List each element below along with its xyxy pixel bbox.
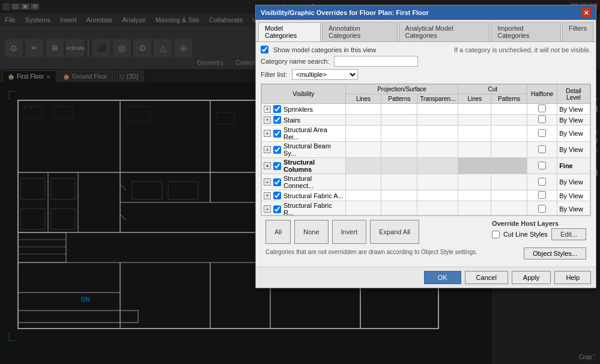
row-expand-btn[interactable]: + [264, 106, 271, 113]
row-visibility-cell: + Structural Area Rei... [262, 126, 346, 142]
all-button[interactable]: All [265, 220, 291, 244]
row-halftone-checkbox[interactable] [538, 145, 546, 153]
row-halftone-checkbox[interactable] [538, 191, 546, 199]
apply-button[interactable]: Apply [512, 271, 551, 284]
cut-line-styles-checkbox[interactable] [492, 231, 500, 238]
tab-filters[interactable]: Filters [562, 22, 593, 41]
row-cut-lines-cell[interactable] [458, 190, 491, 201]
row-transparency-cell[interactable] [417, 142, 458, 158]
row-cut-patterns-cell[interactable] [491, 126, 527, 142]
row-transparency-cell[interactable] [417, 174, 458, 190]
row-visibility-checkbox[interactable] [273, 192, 281, 199]
row-cut-patterns-cell[interactable] [491, 142, 527, 158]
row-expand-btn[interactable]: + [264, 130, 271, 137]
row-lines-cell[interactable] [345, 126, 381, 142]
tab-analytical-categories[interactable]: Analytical Model Categories [399, 22, 490, 41]
row-halftone-checkbox[interactable] [538, 115, 546, 123]
row-patterns-cell[interactable] [381, 190, 417, 201]
row-lines-cell[interactable] [345, 142, 381, 158]
ok-button[interactable]: OK [424, 271, 461, 284]
row-visibility-checkbox[interactable] [273, 105, 281, 113]
row-halftone-checkbox[interactable] [538, 129, 546, 137]
row-cut-patterns-cell[interactable] [491, 190, 527, 201]
category-search-input[interactable] [334, 56, 418, 67]
invert-button[interactable]: Invert [332, 220, 367, 244]
row-halftone-cell[interactable] [527, 126, 557, 142]
row-visibility-checkbox[interactable] [273, 205, 281, 213]
row-transparency-cell[interactable] [417, 115, 458, 126]
row-cut-patterns-cell[interactable] [491, 115, 527, 126]
filter-list-select[interactable]: <multiple> [292, 69, 358, 80]
object-styles-button[interactable]: Object Styles... [524, 247, 586, 259]
row-cut-lines-cell[interactable] [458, 158, 491, 174]
row-halftone-checkbox[interactable] [538, 205, 546, 213]
row-lines-cell[interactable] [345, 190, 381, 201]
tab-model-categories[interactable]: Model Categories [258, 22, 321, 41]
row-transparency-cell[interactable] [417, 201, 458, 216]
row-halftone-cell[interactable] [527, 142, 557, 158]
spacer [423, 220, 488, 244]
row-transparency-cell[interactable] [417, 190, 458, 201]
row-expand-btn[interactable]: + [264, 205, 271, 213]
row-halftone-cell[interactable] [527, 104, 557, 115]
row-lines-cell[interactable] [345, 174, 381, 190]
none-button[interactable]: None [294, 220, 328, 244]
row-cut-lines-cell[interactable] [458, 126, 491, 142]
row-visibility-cell: + Stairs [262, 115, 346, 126]
row-cut-lines-cell[interactable] [458, 201, 491, 216]
row-expand-btn[interactable]: + [264, 178, 271, 186]
row-halftone-checkbox[interactable] [538, 162, 546, 169]
row-patterns-cell[interactable] [381, 158, 417, 174]
row-halftone-cell[interactable] [527, 190, 557, 201]
row-cut-lines-cell[interactable] [458, 142, 491, 158]
row-lines-cell[interactable] [345, 115, 381, 126]
row-transparency-cell[interactable] [417, 126, 458, 142]
row-expand-btn[interactable]: + [264, 117, 271, 124]
row-lines-cell[interactable] [345, 201, 381, 216]
row-patterns-cell[interactable] [381, 142, 417, 158]
row-expand-btn[interactable]: + [264, 162, 271, 169]
cancel-button[interactable]: Cancel [465, 271, 508, 284]
row-cut-patterns-cell[interactable] [491, 174, 527, 190]
info-text: If a category is unchecked, it will not … [381, 46, 591, 53]
row-patterns-cell[interactable] [381, 115, 417, 126]
expand-all-button[interactable]: Expand All [370, 220, 419, 244]
visibility-table-container[interactable]: Visibility Projection/Surface Cut Halfto… [261, 83, 591, 216]
row-cut-lines-cell[interactable] [458, 174, 491, 190]
tab-annotation-categories[interactable]: Annotation Categories [322, 22, 398, 41]
row-lines-cell[interactable] [345, 158, 381, 174]
row-category-name: Structural Columns [283, 159, 344, 173]
dialog-close-button[interactable]: ✕ [581, 8, 591, 17]
row-expand-btn[interactable]: + [264, 192, 271, 199]
row-visibility-checkbox[interactable] [273, 162, 281, 170]
row-cut-patterns-cell[interactable] [491, 104, 527, 115]
row-visibility-cell: + Structural Fabric R... [262, 201, 346, 216]
row-halftone-cell[interactable] [527, 115, 557, 126]
row-patterns-cell[interactable] [381, 104, 417, 115]
row-cut-patterns-cell[interactable] [491, 158, 527, 174]
row-transparency-cell[interactable] [417, 158, 458, 174]
row-visibility-checkbox[interactable] [273, 130, 281, 138]
row-cut-patterns-cell[interactable] [491, 201, 527, 216]
dialog-buttons-area: All None Invert Expand All Override Host… [261, 216, 591, 263]
help-button[interactable]: Help [554, 271, 591, 284]
row-visibility-checkbox[interactable] [273, 178, 281, 186]
row-patterns-cell[interactable] [381, 126, 417, 142]
row-halftone-cell[interactable] [527, 174, 557, 190]
row-cut-lines-cell[interactable] [458, 115, 491, 126]
row-halftone-checkbox[interactable] [538, 178, 546, 186]
row-expand-btn[interactable]: + [264, 146, 271, 153]
row-halftone-cell[interactable] [527, 201, 557, 216]
row-halftone-cell[interactable] [527, 158, 557, 174]
tab-imported-categories[interactable]: Imported Categories [491, 22, 561, 41]
show-model-categories-checkbox[interactable] [261, 46, 268, 53]
row-visibility-checkbox[interactable] [273, 116, 281, 124]
row-transparency-cell[interactable] [417, 104, 458, 115]
row-patterns-cell[interactable] [381, 174, 417, 190]
row-visibility-checkbox[interactable] [273, 146, 281, 154]
row-patterns-cell[interactable] [381, 201, 417, 216]
row-lines-cell[interactable] [345, 104, 381, 115]
cut-line-edit-button[interactable]: Edit... [551, 228, 586, 240]
row-halftone-checkbox[interactable] [538, 105, 546, 112]
row-cut-lines-cell[interactable] [458, 104, 491, 115]
